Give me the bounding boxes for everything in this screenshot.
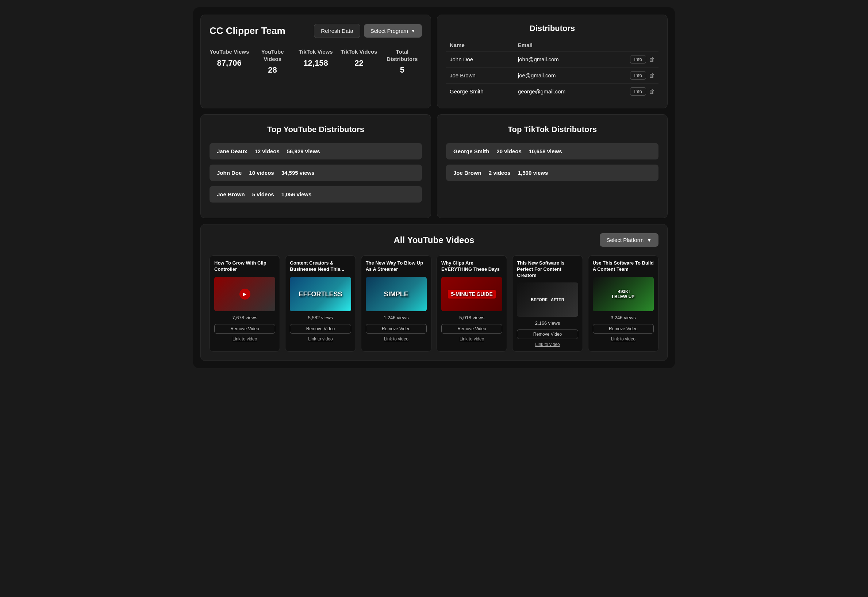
yt-dist-videos-2: 5 videos [252, 191, 274, 198]
tt-dist-name-1: Joe Brown [453, 170, 482, 176]
dist-email-1: joe@gmail.com [514, 67, 606, 83]
stat-value-3: 22 [339, 58, 379, 68]
app-title: CC Clipper Team [210, 25, 285, 37]
video-title-0: How To Grow With Clip Controller [214, 260, 275, 273]
dist-email-0: john@gmail.com [514, 52, 606, 67]
dist-info-button-0[interactable]: Info [630, 55, 646, 64]
video-thumbnail-1: EFFORTLESS [290, 277, 351, 311]
video-link-0[interactable]: Link to video [232, 336, 257, 342]
youtube-dist-item: John Doe10 videos34,595 views [210, 165, 422, 181]
video-link-2[interactable]: Link to video [384, 336, 409, 342]
stats-header: CC Clipper Team Refresh Data Select Prog… [210, 24, 422, 38]
stat-value-1: 28 [253, 65, 292, 75]
yt-dist-views-1: 34,595 views [281, 170, 315, 176]
videos-title: All YouTube Videos [359, 235, 509, 245]
dist-info-button-1[interactable]: Info [630, 71, 646, 80]
thumb-text-4: BEFORE AFTER [529, 296, 565, 303]
remove-video-button-1[interactable]: Remove Video [290, 324, 351, 334]
table-row: George Smith george@gmail.com Info 🗑 [446, 83, 658, 100]
video-card: Use This Software To Build A Content Tea… [588, 255, 658, 352]
stats-actions: Refresh Data Select Program ▼ [314, 24, 422, 38]
distributors-table: Name Email John Doe john@gmail.com Info … [446, 39, 658, 99]
video-link-4[interactable]: Link to video [535, 342, 560, 347]
tiktok-dist-list: George Smith20 videos10,658 viewsJoe Bro… [446, 143, 658, 181]
stat-total-distributors: Total Distributors 5 [382, 48, 422, 75]
table-row: John Doe john@gmail.com Info 🗑 [446, 52, 658, 67]
video-views-2: 1,246 views [383, 315, 409, 321]
video-card: The New Way To Blow Up As A Streamer SIM… [361, 255, 431, 352]
chevron-down-icon: ▼ [411, 28, 415, 34]
video-title-2: The New Way To Blow Up As A Streamer [366, 260, 427, 273]
video-views-3: 5,018 views [459, 315, 485, 321]
yt-dist-videos-0: 12 videos [254, 148, 279, 154]
tt-dist-videos-0: 20 videos [496, 148, 521, 154]
select-program-button[interactable]: Select Program ▼ [364, 24, 422, 37]
video-title-5: Use This Software To Build A Content Tea… [593, 260, 654, 273]
distributors-title: Distributors [446, 24, 658, 33]
remove-video-button-5[interactable]: Remove Video [593, 324, 654, 334]
video-views-5: 3,246 views [611, 315, 636, 321]
video-card: This New Software Is Perfect For Content… [512, 255, 583, 352]
remove-video-button-2[interactable]: Remove Video [366, 324, 427, 334]
tt-dist-name-0: George Smith [453, 148, 489, 154]
middle-row: Top YouTube Distributors Jane Deaux12 vi… [201, 114, 667, 218]
remove-video-button-4[interactable]: Remove Video [517, 330, 578, 339]
dist-delete-button-2[interactable]: 🗑 [649, 88, 655, 95]
col-name: Name [446, 39, 514, 52]
video-link-5[interactable]: Link to video [611, 336, 636, 342]
remove-video-button-0[interactable]: Remove Video [214, 324, 275, 334]
dist-email-2: george@gmail.com [514, 83, 606, 100]
dist-name-1: Joe Brown [446, 67, 514, 83]
tt-dist-views-0: 10,658 views [529, 148, 562, 154]
youtube-dist-item: Jane Deaux12 videos56,929 views [210, 143, 422, 159]
video-thumbnail-2: SIMPLE [366, 277, 427, 311]
youtube-dist-item: Joe Brown5 videos1,056 views [210, 186, 422, 202]
stats-grid: YouTube Views 87,706 YouTube Videos 28 T… [210, 48, 422, 75]
dist-delete-button-0[interactable]: 🗑 [649, 56, 655, 63]
stat-label-4: Total Distributors [382, 48, 422, 62]
tiktok-dist-item: Joe Brown2 videos1,500 views [446, 165, 658, 181]
stat-label-2: TikTok Views [296, 48, 336, 55]
yt-dist-views-2: 1,056 views [281, 191, 312, 198]
select-platform-button[interactable]: Select Platform ▼ [600, 233, 658, 247]
play-icon-0: ▶ [239, 289, 250, 300]
video-title-4: This New Software Is Perfect For Content… [517, 260, 578, 279]
video-card: How To Grow With Clip Controller ▶ 7,678… [210, 255, 280, 352]
select-platform-label: Select Platform [606, 237, 644, 243]
select-program-label: Select Program [370, 28, 408, 34]
video-views-4: 2,166 views [535, 321, 560, 326]
video-thumbnail-3: 5-MINUTE GUIDE [441, 277, 502, 311]
stat-youtube-views: YouTube Views 87,706 [210, 48, 249, 75]
dist-info-button-2[interactable]: Info [630, 87, 646, 96]
thumb-text-3: 5-MINUTE GUIDE [448, 290, 495, 298]
stat-tiktok-videos: TikTok Videos 22 [339, 48, 379, 75]
yt-dist-name-0: Jane Deaux [217, 148, 247, 154]
video-link-1[interactable]: Link to video [308, 336, 333, 342]
dist-delete-button-1[interactable]: 🗑 [649, 72, 655, 79]
top-youtube-panel: Top YouTube Distributors Jane Deaux12 vi… [201, 114, 431, 218]
video-card: Content Creators & Businesses Need This.… [285, 255, 355, 352]
yt-dist-views-0: 56,929 views [287, 148, 320, 154]
stat-value-2: 12,158 [296, 58, 336, 68]
video-title-3: Why Clips Are EVERYTHING These Days [441, 260, 502, 273]
video-views-0: 7,678 views [232, 315, 257, 321]
refresh-button[interactable]: Refresh Data [314, 24, 360, 38]
dist-name-0: John Doe [446, 52, 514, 67]
videos-header: All YouTube Videos Select Platform ▼ [210, 233, 658, 247]
stat-tiktok-views: TikTok Views 12,158 [296, 48, 336, 75]
videos-panel: All YouTube Videos Select Platform ▼ How… [201, 224, 667, 361]
video-thumbnail-5: ↑493K↑I BLEW UP [593, 277, 654, 311]
table-row: Joe Brown joe@gmail.com Info 🗑 [446, 67, 658, 83]
youtube-dist-list: Jane Deaux12 videos56,929 viewsJohn Doe1… [210, 143, 422, 202]
video-thumbnail-4: BEFORE AFTER [517, 282, 578, 317]
tt-dist-views-1: 1,500 views [518, 170, 548, 176]
stat-label-0: YouTube Views [210, 48, 249, 55]
top-tiktok-panel: Top TikTok Distributors George Smith20 v… [437, 114, 667, 218]
top-youtube-title: Top YouTube Distributors [210, 125, 422, 134]
remove-video-button-3[interactable]: Remove Video [441, 324, 502, 334]
video-link-3[interactable]: Link to video [459, 336, 484, 342]
stats-panel: CC Clipper Team Refresh Data Select Prog… [201, 15, 431, 108]
yt-dist-name-1: John Doe [217, 170, 242, 176]
top-tiktok-title: Top TikTok Distributors [446, 125, 658, 134]
yt-dist-videos-1: 10 videos [249, 170, 274, 176]
